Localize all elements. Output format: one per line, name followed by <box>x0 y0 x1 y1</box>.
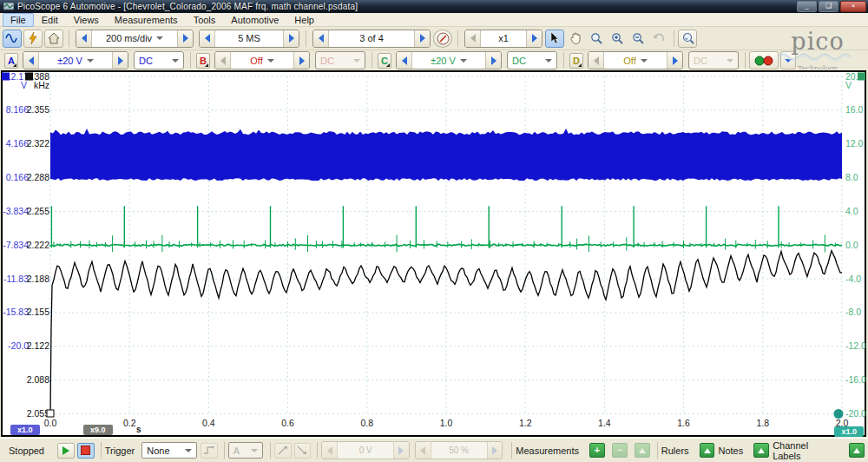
zoom-factor-value[interactable]: x1 <box>480 30 527 47</box>
x-scale-badge-gray[interactable]: x9.0 <box>83 425 113 435</box>
timebase-prev-button[interactable] <box>76 30 91 47</box>
pretrigger-up[interactable] <box>488 442 503 459</box>
pretrigger-value[interactable]: 50 % <box>431 442 488 459</box>
menu-measurements[interactable]: Measurements <box>107 13 186 27</box>
zoom-out-button[interactable] <box>628 30 648 48</box>
menu-tools[interactable]: Tools <box>186 13 224 27</box>
channel-d-range[interactable]: Off <box>603 52 667 69</box>
falling-edge-button[interactable] <box>294 443 312 459</box>
menu-help[interactable]: Help <box>286 13 322 27</box>
channel-a-axis-marker[interactable] <box>2 73 10 81</box>
channel-b-range-up[interactable] <box>294 52 309 69</box>
channel-a-range-down[interactable] <box>23 52 38 69</box>
channel-b-coupling-text: DC <box>320 56 334 66</box>
left-arrow-icon <box>594 56 599 65</box>
channel-c-range-up[interactable] <box>486 52 501 69</box>
channel-b-button[interactable]: B <box>196 53 210 69</box>
trigger-source-dropdown[interactable]: A <box>228 442 263 459</box>
samples-control: 5 MS <box>199 30 299 48</box>
zoom-overview-button[interactable]: « <box>678 30 697 48</box>
scope-view-button[interactable] <box>3 30 22 48</box>
home-button[interactable] <box>44 30 63 48</box>
timebase-text: 200 ms/div <box>106 33 152 43</box>
channel-a-coupling[interactable]: DC <box>134 51 184 69</box>
svg-text:8.0: 8.0 <box>845 172 858 182</box>
x-scale-badge-right[interactable]: x1.0 <box>834 426 864 437</box>
trigger-edge-icon <box>203 446 214 455</box>
stop-button[interactable] <box>77 443 95 459</box>
channel-d-coupling[interactable]: DC <box>688 51 739 69</box>
rising-edge-icon <box>278 446 288 455</box>
channel-c-button[interactable]: C <box>378 53 391 69</box>
trigger-level-up[interactable] <box>394 442 409 459</box>
channel-d-range-down[interactable] <box>589 52 603 69</box>
advanced-trigger-button[interactable] <box>201 443 218 459</box>
samples-value[interactable]: 5 MS <box>214 30 284 47</box>
pretrigger-down[interactable] <box>416 442 431 459</box>
menu-edit[interactable]: Edit <box>34 13 66 27</box>
x-scale-badge-blue[interactable]: x1.0 <box>10 425 40 435</box>
lightning-icon <box>29 32 37 44</box>
channel-c-range[interactable]: ±20 V <box>411 52 486 69</box>
trigger-level-value[interactable]: 0 V <box>337 442 394 459</box>
undo-zoom-button[interactable] <box>649 30 668 48</box>
channel-c-axis-marker[interactable] <box>858 73 865 81</box>
right-arrow-icon <box>118 56 123 65</box>
minimize-button[interactable]: _ <box>797 1 817 12</box>
trigger-level-down[interactable] <box>322 442 337 459</box>
buffer-next-button[interactable] <box>415 30 430 47</box>
menu-automotive[interactable]: Automotive <box>223 13 286 27</box>
zoom-prev-button[interactable] <box>465 30 480 47</box>
timebase-next-button[interactable] <box>178 30 193 47</box>
buffer-overview-button[interactable] <box>433 30 452 48</box>
zoom-factor-text: x1 <box>498 33 509 43</box>
pan-tool-button[interactable] <box>566 30 585 48</box>
waveform-plot[interactable]: 12.178.1664.1660.166-3.834-7.834-11.83-1… <box>0 69 868 438</box>
channel-a-range[interactable]: ±20 V <box>38 52 113 69</box>
plot-frame <box>2 71 865 436</box>
close-button[interactable]: × <box>840 1 866 12</box>
main-toolbar: 200 ms/div 5 MS 3 of 4 x1 <box>0 27 868 50</box>
add-measurement-button[interactable]: + <box>589 443 605 458</box>
channel-c-ground-marker[interactable] <box>834 409 844 419</box>
channel-d-range-up[interactable] <box>667 52 682 69</box>
channel-c-range-down[interactable] <box>397 52 411 69</box>
menu-views[interactable]: Views <box>66 13 107 27</box>
statusbar-separator <box>101 442 102 459</box>
pointer-tool-button[interactable] <box>545 30 564 48</box>
svg-text:-20.0: -20.0 <box>845 408 866 419</box>
zoom-next-button[interactable] <box>527 30 542 47</box>
channel-a-range-up[interactable] <box>113 52 128 69</box>
remove-measurement-button[interactable]: − <box>612 443 628 458</box>
start-button[interactable] <box>57 443 75 459</box>
maximize-button[interactable]: ❏ <box>819 1 838 12</box>
channel-a-range-control: ±20 V <box>23 51 128 69</box>
notes-button[interactable] <box>753 443 769 458</box>
menu-bar: File Edit Views Measurements Tools Autom… <box>0 13 868 27</box>
chevron-down-icon <box>545 59 552 63</box>
channel-c-coupling[interactable]: DC <box>507 51 557 69</box>
channel-labels-button[interactable] <box>849 443 865 458</box>
channel-d-button[interactable]: D <box>569 53 583 69</box>
channel-b-range[interactable]: Off <box>230 52 294 69</box>
channel-b-range-down[interactable] <box>215 52 230 69</box>
trace-start-handle[interactable] <box>47 410 54 417</box>
channel-b-coupling[interactable]: DC <box>315 51 365 69</box>
connect-device-button[interactable] <box>23 30 43 48</box>
svg-text:-11.83: -11.83 <box>3 274 29 284</box>
samples-next-button[interactable] <box>284 30 299 47</box>
timebase-value[interactable]: 200 ms/div <box>91 30 178 47</box>
rulers-button[interactable] <box>700 443 715 458</box>
buffer-prev-button[interactable] <box>313 30 328 47</box>
samples-prev-button[interactable] <box>200 30 214 47</box>
rising-edge-button[interactable] <box>274 443 292 459</box>
zoom-in-button[interactable] <box>608 30 627 48</box>
trigger-mode-dropdown[interactable]: None <box>141 442 197 459</box>
marquee-zoom-button[interactable] <box>587 30 606 48</box>
svg-text:1.4: 1.4 <box>598 418 611 428</box>
math-axis-marker[interactable] <box>25 73 33 81</box>
scope-display[interactable]: 12.178.1664.1660.166-3.834-7.834-11.83-1… <box>0 69 868 438</box>
channel-a-button[interactable]: A <box>4 53 18 69</box>
edit-measurement-button[interactable] <box>635 443 650 458</box>
menu-file[interactable]: File <box>3 13 34 27</box>
